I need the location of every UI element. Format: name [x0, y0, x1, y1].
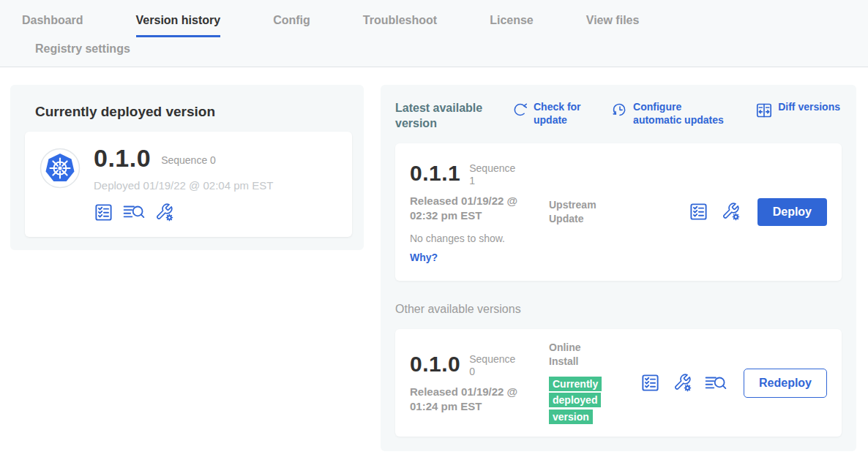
currently-deployed-badge-wrap: Currently deployed version: [549, 376, 607, 425]
other-available-versions-title: Other available versions: [395, 303, 842, 316]
redeploy-button[interactable]: Redeploy: [744, 369, 827, 398]
currently-deployed-panel: Currently deployed version: [10, 85, 364, 250]
preflight-checklist-icon[interactable]: [640, 373, 660, 393]
no-changes-note: No changes to show.: [410, 233, 549, 244]
latest-released-timestamp: Released 01/19/22 @ 02:32 pm EST: [410, 194, 539, 224]
other-version-actions: Redeploy: [640, 369, 827, 398]
deployed-version-card: 0.1.0 Sequence 0 Deployed 01/19/22 @ 02:…: [25, 132, 352, 237]
preflight-checklist-icon[interactable]: [689, 202, 708, 222]
version-history-page: Currently deployed version: [0, 67, 868, 451]
updates-header-actions: Check for update Configure automatic upd…: [512, 101, 840, 127]
diff-versions-link[interactable]: Diff versions: [755, 101, 840, 127]
deploy-button[interactable]: Deploy: [757, 198, 827, 226]
edit-config-icon[interactable]: [154, 203, 174, 222]
online-install-label: Online Install: [549, 341, 611, 369]
upstream-update-label: Upstream Update: [549, 198, 611, 226]
tab-troubleshoot[interactable]: Troubleshoot: [363, 14, 437, 37]
tab-view-files[interactable]: View files: [586, 14, 640, 37]
other-version-number: 0.1.0: [410, 352, 460, 379]
configure-automatic-updates-label: Configure automatic updates: [633, 101, 730, 127]
check-for-update-link[interactable]: Check for update: [512, 101, 586, 127]
refresh-icon: [512, 102, 528, 118]
view-logs-icon[interactable]: [705, 374, 727, 393]
tab-config[interactable]: Config: [273, 14, 310, 37]
other-version-source: Online Install Currently deployed versio…: [549, 341, 640, 425]
deployed-sequence: Sequence 0: [161, 150, 216, 166]
latest-version-details: 0.1.1 Sequence 1 Released 01/19/22 @ 02:…: [410, 161, 549, 264]
edit-config-icon[interactable]: [721, 202, 741, 222]
diff-versions-label: Diff versions: [778, 101, 840, 114]
kubernetes-logo-icon: [40, 148, 81, 192]
other-released-timestamp: Released 01/19/22 @ 01:24 pm EST: [410, 385, 539, 415]
top-nav: Dashboard Version history Config Trouble…: [0, 0, 868, 67]
available-updates-panel: Latest available version Check for updat…: [381, 85, 856, 451]
latest-sequence: Sequence 1: [469, 161, 520, 188]
deployed-version-details: 0.1.0 Sequence 0 Deployed 01/19/22 @ 02:…: [94, 143, 273, 222]
other-version-details: 0.1.0 Sequence 0 Released 01/19/22 @ 01:…: [410, 352, 549, 415]
view-logs-icon[interactable]: [123, 203, 145, 222]
auto-update-clock-icon: [612, 102, 628, 118]
updates-header: Latest available version Check for updat…: [395, 99, 842, 132]
tab-dashboard[interactable]: Dashboard: [22, 14, 83, 37]
other-version-card: 0.1.0 Sequence 0 Released 01/19/22 @ 01:…: [395, 329, 842, 437]
tab-license[interactable]: License: [490, 14, 534, 37]
nav-row-secondary: Registry settings: [0, 37, 868, 67]
nav-row-primary: Dashboard Version history Config Trouble…: [0, 0, 868, 37]
currently-deployed-title: Currently deployed version: [35, 104, 352, 120]
deployed-action-icons: [94, 203, 273, 222]
tab-registry-settings[interactable]: Registry settings: [35, 42, 130, 55]
configure-automatic-updates-link[interactable]: Configure automatic updates: [612, 101, 730, 127]
latest-version-actions: Deploy: [689, 198, 827, 226]
latest-version-card: 0.1.1 Sequence 1 Released 01/19/22 @ 02:…: [395, 143, 842, 282]
deployed-timestamp: Deployed 01/19/22 @ 02:04 pm EST: [94, 179, 273, 192]
other-sequence: Sequence 0: [469, 352, 520, 379]
currently-deployed-badge: Currently deployed version: [549, 377, 602, 424]
latest-version-number: 0.1.1: [410, 161, 460, 188]
why-link[interactable]: Why?: [410, 252, 549, 263]
tab-version-history[interactable]: Version history: [136, 14, 221, 37]
deployed-version-number: 0.1.0: [94, 143, 151, 173]
preflight-checklist-icon[interactable]: [94, 203, 113, 222]
latest-version-source: Upstream Update: [549, 198, 640, 226]
latest-available-title: Latest available version: [395, 101, 493, 132]
check-for-update-label: Check for update: [534, 101, 586, 127]
edit-config-icon[interactable]: [673, 373, 692, 393]
diff-icon: [755, 102, 773, 119]
